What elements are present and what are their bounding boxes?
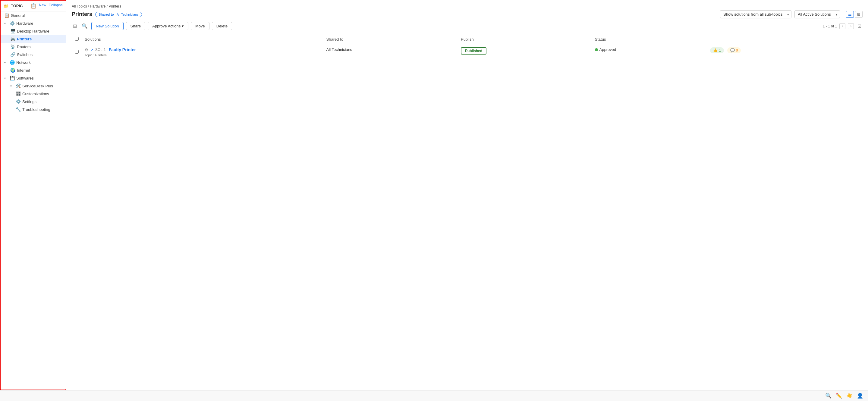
new-icon: 📋 bbox=[30, 3, 36, 9]
status-label: Approved bbox=[599, 47, 616, 52]
hardware-icon: ⚙️ bbox=[10, 21, 14, 26]
delete-button[interactable]: Delete bbox=[212, 22, 232, 30]
collapse-link[interactable]: Collapse bbox=[49, 3, 63, 9]
approve-actions-chevron: ▾ bbox=[182, 24, 184, 28]
sidebar-item-routers[interactable]: 📡 Routers bbox=[1, 43, 66, 51]
view-icons: ☰ ⊞ bbox=[846, 11, 863, 18]
sidebar-item-printers[interactable]: 🖨️ Printers bbox=[1, 35, 66, 43]
sidebar: 📁 TOPIC 📋 New Collapse 📋 General ▾ ⚙️ Ha… bbox=[0, 0, 66, 390]
toolbar: ⊞ 🔍 New Solution Share Approve Actions ▾… bbox=[72, 22, 863, 30]
main-content: All Topics / Hardware / Printers Printer… bbox=[66, 0, 868, 390]
grid-view-button[interactable]: ⊞ bbox=[855, 11, 863, 18]
shared-badge[interactable]: Shared to - All Technicians bbox=[95, 12, 142, 17]
comment-count: 0 bbox=[736, 48, 738, 53]
zoom-icon[interactable]: 🔍 bbox=[825, 393, 832, 399]
sidebar-title: TOPIC bbox=[11, 4, 28, 8]
edit-icon[interactable]: ✏️ bbox=[836, 393, 842, 399]
troubleshooting-icon: 🔧 bbox=[16, 107, 21, 112]
share-button[interactable]: Share bbox=[126, 22, 146, 30]
sidebar-item-customizations[interactable]: 🎛️ Customizations bbox=[1, 90, 66, 98]
column-settings-icon[interactable]: ⊡ bbox=[856, 22, 863, 30]
softwares-icon: 💾 bbox=[10, 76, 14, 80]
settings-icon: ⚙️ bbox=[16, 99, 21, 104]
chevron-down-icon: ▾ bbox=[10, 85, 14, 88]
breadcrumb-hardware[interactable]: Hardware bbox=[90, 4, 105, 8]
shared-to-cell: All Technicians bbox=[323, 44, 458, 60]
pagination-info: 1 - 1 of 1 bbox=[823, 24, 837, 28]
status-col-header: Status bbox=[592, 34, 707, 44]
search-icon[interactable]: 🔍 bbox=[81, 22, 89, 30]
active-solutions-filter-wrapper: All Active Solutions bbox=[795, 10, 840, 19]
sidebar-item-label: Routers bbox=[17, 44, 31, 49]
chevron-down-icon: ▾ bbox=[4, 76, 8, 80]
customizations-icon: 🎛️ bbox=[16, 91, 21, 96]
solutions-table: Solutions Shared to Publish Status ⚙ ↗ bbox=[72, 34, 863, 60]
approve-actions-button[interactable]: Approve Actions ▾ bbox=[148, 22, 188, 30]
chevron-down-icon: ▾ bbox=[4, 22, 8, 25]
sidebar-item-label: Internet bbox=[17, 68, 30, 73]
sidebar-item-label: Troubleshooting bbox=[22, 107, 50, 112]
chevron-down-icon: ▾ bbox=[4, 61, 8, 64]
sidebar-item-label: Printers bbox=[17, 37, 32, 41]
sidebar-item-settings[interactable]: ⚙️ Settings bbox=[1, 98, 66, 105]
bottom-bar: 🔍 ✏️ ☀️ 👤 bbox=[0, 390, 868, 401]
next-page-button[interactable]: › bbox=[848, 23, 854, 29]
breadcrumb-sep2: / bbox=[107, 4, 109, 8]
new-link[interactable]: New bbox=[39, 3, 46, 9]
sidebar-item-switches[interactable]: 🔗 Switches bbox=[1, 51, 66, 59]
sidebar-item-label: ServiceDesk Plus bbox=[22, 84, 53, 88]
sidebar-item-label: Desktop Hardware bbox=[17, 29, 50, 33]
sidebar-item-label: Softwares bbox=[16, 76, 34, 80]
comment-icon: 💬 bbox=[730, 48, 735, 53]
status-dot bbox=[595, 48, 598, 51]
publish-col-header: Publish bbox=[458, 34, 592, 44]
row-checkbox[interactable] bbox=[75, 50, 79, 54]
sidebar-item-troubleshooting[interactable]: 🔧 Troubleshooting bbox=[1, 105, 66, 113]
published-button[interactable]: Published bbox=[461, 47, 487, 55]
active-solutions-filter[interactable]: All Active Solutions bbox=[795, 10, 840, 19]
row-action-icons: ⚙ ↗ SOL-1 Faulty Printer bbox=[85, 47, 320, 52]
topic-label: Topic : bbox=[85, 53, 94, 57]
solution-topic: Topic : Printers bbox=[85, 53, 320, 57]
sun-icon[interactable]: ☀️ bbox=[846, 393, 852, 399]
table-row: ⚙ ↗ SOL-1 Faulty Printer Topic : Printer… bbox=[72, 44, 863, 60]
general-icon: 📋 bbox=[4, 13, 9, 18]
move-button[interactable]: Move bbox=[191, 22, 210, 30]
desktop-icon: 🖥️ bbox=[10, 29, 15, 33]
prev-page-button[interactable]: ‹ bbox=[839, 23, 845, 29]
sub-topics-filter[interactable]: Show solutions from all sub-topics bbox=[720, 10, 792, 19]
sidebar-actions: 📋 New Collapse bbox=[30, 3, 63, 9]
network-icon: 🌐 bbox=[10, 60, 14, 65]
comment-badge[interactable]: 💬 0 bbox=[727, 47, 741, 53]
shared-to-col-header: Shared to bbox=[323, 34, 458, 44]
sidebar-item-label: Customizations bbox=[22, 92, 49, 96]
select-all-checkbox[interactable] bbox=[75, 37, 79, 41]
shared-to-label: Shared to bbox=[98, 13, 114, 16]
topic-value[interactable]: Printers bbox=[95, 53, 107, 57]
sidebar-header: 📁 TOPIC 📋 New Collapse bbox=[1, 1, 66, 11]
table-options-icon[interactable]: ⊞ bbox=[72, 22, 78, 30]
row-open-icon[interactable]: ↗ bbox=[90, 47, 93, 52]
sidebar-item-general[interactable]: 📋 General bbox=[1, 11, 66, 19]
sidebar-item-servicedesk[interactable]: ▾ 🛠️ ServiceDesk Plus bbox=[1, 82, 66, 90]
sidebar-item-hardware[interactable]: ▾ ⚙️ Hardware bbox=[1, 19, 66, 27]
page-title-row: Printers Shared to - All Technicians Sho… bbox=[72, 10, 863, 19]
user-icon[interactable]: 👤 bbox=[857, 393, 863, 399]
sidebar-item-label: General bbox=[11, 13, 25, 18]
publish-cell: Published bbox=[458, 44, 592, 60]
sidebar-item-label: Switches bbox=[17, 53, 33, 57]
approve-actions-label: Approve Actions bbox=[152, 24, 181, 28]
sidebar-item-network[interactable]: ▾ 🌐 Network bbox=[1, 59, 66, 66]
vote-badge[interactable]: 👍 1 bbox=[710, 47, 724, 53]
breadcrumb-all-topics[interactable]: All Topics bbox=[72, 4, 87, 8]
row-settings-icon[interactable]: ⚙ bbox=[85, 47, 88, 52]
list-view-button[interactable]: ☰ bbox=[846, 11, 854, 18]
sidebar-item-softwares[interactable]: ▾ 💾 Softwares bbox=[1, 74, 66, 82]
breadcrumb-printers[interactable]: Printers bbox=[109, 4, 121, 8]
sidebar-item-internet[interactable]: 🌍 Internet bbox=[1, 66, 66, 74]
new-solution-button[interactable]: New Solution bbox=[91, 22, 124, 30]
solution-id: SOL-1 bbox=[95, 47, 106, 52]
table-header: Solutions Shared to Publish Status bbox=[72, 34, 863, 44]
solution-title[interactable]: Faulty Printer bbox=[109, 47, 136, 52]
sidebar-item-desktop-hardware[interactable]: 🖥️ Desktop Hardware bbox=[1, 27, 66, 35]
